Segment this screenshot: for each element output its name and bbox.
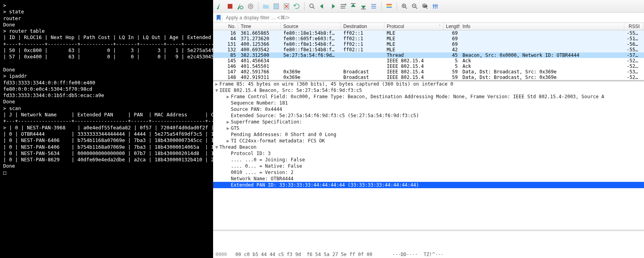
go-forward-icon[interactable]: [328, 2, 337, 11]
bookmark-icon[interactable]: [215, 14, 223, 22]
toolbar: 1:1: [213, 0, 644, 13]
zoom-out-icon[interactable]: [410, 2, 419, 11]
close-file-icon[interactable]: [282, 2, 291, 11]
col-source[interactable]: Source: [281, 23, 341, 30]
table-row[interactable]: 44371.273620fe80::605f:e603:f…ff02::1MLE…: [213, 36, 644, 41]
zoom-in-icon[interactable]: [400, 2, 409, 11]
table-row[interactable]: 145401.456634IEEE 802.15.45Ack-52dB: [213, 58, 644, 64]
svg-text:1:1: 1:1: [423, 4, 427, 7]
detail-line[interactable]: ▼Thread Beacon: [213, 144, 644, 150]
packet-list-header[interactable]: No. Time Source Destination Protocol˄ Le…: [213, 23, 644, 30]
table-row[interactable]: 132400.693542fe80::f8e1:54b8:f…ff02::1ML…: [213, 47, 644, 52]
svg-rect-9: [386, 4, 392, 5]
svg-rect-10: [386, 5, 392, 6]
reload-icon[interactable]: [292, 2, 301, 11]
svg-rect-7: [351, 3, 356, 4]
packet-list-pane[interactable]: No. Time Source Destination Protocol˄ Le…: [213, 23, 644, 80]
table-row[interactable]: 148402.9193110x369eBroadcastIEEE 802.15.…: [213, 75, 644, 80]
restart-capture-icon[interactable]: [236, 2, 245, 11]
detail-line[interactable]: Sequence Number: 181: [213, 100, 644, 106]
stop-capture-icon[interactable]: [226, 2, 234, 11]
detail-line[interactable]: ▶Superframe Specification:: [213, 119, 644, 125]
svg-rect-8: [361, 9, 366, 9]
wireshark-window: 1:1 No. Time Source Destination Protocol…: [213, 0, 644, 258]
hex-line[interactable]: 0000 00 c0 b5 44 44 c5 f3 9d f6 54 5a 27…: [215, 251, 644, 258]
svg-point-6: [310, 4, 313, 7]
open-file-icon[interactable]: [262, 2, 270, 11]
svg-point-1: [240, 6, 243, 9]
detail-line[interactable]: Extended Source: 5e:27:5a:54:f6:9d:f3:c5…: [213, 112, 644, 119]
go-first-icon[interactable]: [349, 2, 358, 11]
svg-rect-0: [228, 4, 232, 9]
resize-columns-icon[interactable]: [431, 2, 440, 11]
detail-line[interactable]: Protocol ID: 3: [213, 150, 644, 157]
packet-bytes-pane[interactable]: 0000 00 c0 b5 44 44 c5 f3 9d f6 54 5a 27…: [213, 230, 644, 258]
svg-rect-11: [386, 7, 392, 7]
detail-line[interactable]: Network Name: OTBR4444: [213, 176, 644, 182]
detail-line[interactable]: Source PAN: 0x4444: [213, 106, 644, 112]
detail-line[interactable]: ▶GTS: [213, 125, 644, 131]
save-file-icon[interactable]: [272, 2, 281, 11]
zoom-reset-icon[interactable]: 1:1: [421, 2, 429, 11]
detail-line[interactable]: Extended PAN ID: 33:33:33:33:44:44:44:44…: [213, 182, 644, 188]
colorize-icon[interactable]: [385, 2, 393, 11]
go-to-packet-icon[interactable]: [339, 2, 347, 11]
options-icon[interactable]: [246, 2, 255, 11]
detail-line[interactable]: 0010 .... = Version: 2: [213, 169, 644, 176]
go-last-icon[interactable]: [359, 2, 368, 11]
detail-line[interactable]: ▶Frame Control Field: 0xc000, Frame Type…: [213, 93, 644, 100]
detail-line[interactable]: ▼IEEE 802.15.4 Beacon, Src: 5e:27:5a:54:…: [213, 87, 644, 93]
table-row[interactable]: 131400.125366fe80::f8e1:54b8:f…ff02::1ML…: [213, 41, 644, 47]
detail-line[interactable]: .... 0... = Native: False: [213, 163, 644, 169]
packet-details-pane[interactable]: ▶Frame 85: 45 bytes on wire (360 bits), …: [213, 80, 644, 230]
display-filter-input[interactable]: [224, 14, 644, 22]
svg-point-2: [248, 4, 253, 9]
table-row[interactable]: 147402.5917660x369eBroadcastIEEE 802.15.…: [213, 69, 644, 75]
col-rssi[interactable]: RSSI: [624, 23, 644, 30]
col-time[interactable]: Time: [238, 23, 281, 30]
table-row[interactable]: 85382.3125005e:27:5a:54:f6:9d…Thread45Be…: [213, 52, 644, 58]
svg-rect-4: [274, 4, 279, 9]
auto-scroll-icon[interactable]: [369, 2, 378, 11]
table-row[interactable]: 16361.665865fe80::18e1:54b8:f…ff02::1MLE…: [213, 30, 644, 36]
sort-caret-icon: ˄: [439, 24, 441, 28]
start-capture-icon[interactable]: [215, 2, 224, 11]
find-icon[interactable]: [308, 2, 316, 11]
svg-point-3: [250, 5, 252, 7]
col-destination[interactable]: Destination: [341, 23, 384, 30]
table-row[interactable]: 146401.545501IEEE 802.15.45Ack-52dB: [213, 64, 644, 69]
detail-line[interactable]: Pending Addresses: 0 Short and 0 Long: [213, 131, 644, 138]
display-filter-bar: [213, 13, 644, 23]
detail-line[interactable]: .... ...0 = Joining: False: [213, 157, 644, 163]
detail-line[interactable]: ▶TI CC24xx-format metadata: FCS OK: [213, 138, 644, 144]
col-length[interactable]: Length: [444, 23, 460, 30]
col-protocol[interactable]: Protocol˄: [384, 23, 444, 30]
col-info[interactable]: Info: [460, 23, 624, 30]
go-back-icon[interactable]: [318, 2, 327, 11]
terminal[interactable]: > > state router Done > router table | I…: [0, 0, 213, 258]
col-no[interactable]: No.: [213, 23, 238, 30]
